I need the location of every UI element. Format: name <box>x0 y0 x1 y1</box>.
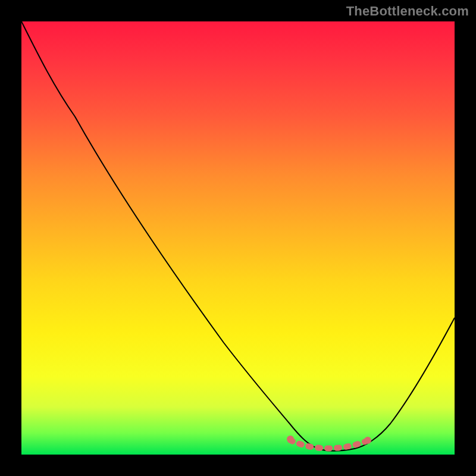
chart-frame: TheBottleneck.com <box>0 0 476 476</box>
optimal-range-end-dot <box>364 437 371 444</box>
bottleneck-curve-line <box>21 21 455 451</box>
optimal-range-start-dot <box>287 436 294 443</box>
optimal-range-marker <box>290 440 365 448</box>
bottleneck-curve-svg <box>21 21 455 455</box>
watermark-text: TheBottleneck.com <box>346 4 469 19</box>
plot-area <box>21 21 455 455</box>
